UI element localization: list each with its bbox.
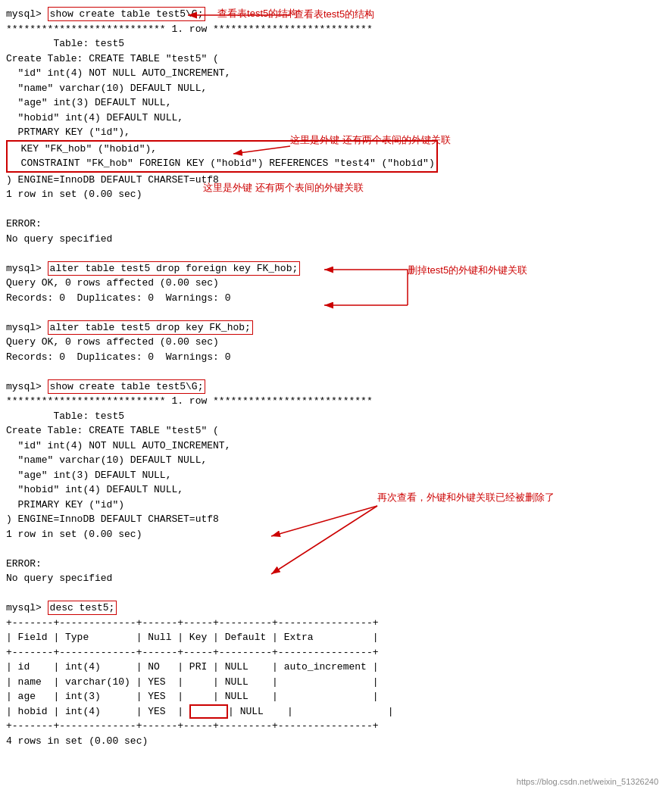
hobid-key-box (189, 704, 228, 719)
prompt5: mysql> (6, 602, 48, 613)
annotation-recheck: 再次查看，外键和外键关联已经被删除了 (377, 491, 555, 504)
annotation-view-structure: 查看表test5的结构 (294, 8, 374, 21)
cmd4: show create table test5\G; (48, 379, 206, 394)
cmd3: alter table test5 drop key FK_hob; (48, 320, 253, 335)
ann1-text: 查看表test5的结构 (217, 8, 298, 19)
terminal-content: mysql> show create table test5\G; 查看表tes… (6, 6, 666, 748)
cmd5: desc test5; (48, 601, 117, 615)
cmd1: show create table test5\G; (48, 7, 206, 21)
ann2-text: 这里是外键 还有两个表间的外键关联 (203, 180, 364, 195)
prompt3: mysql> (6, 322, 48, 333)
watermark: https://blog.csdn.net/weixin_51326240 (517, 777, 658, 786)
annotation-foreign-key: 这里是外键 还有两个表间的外键关联 (290, 133, 451, 147)
prompt4: mysql> (6, 381, 48, 392)
cmd2: alter table test5 drop foreign key FK_ho… (48, 261, 301, 276)
annotation-delete-fk: 删掉test5的外键和外键关联 (408, 264, 527, 277)
prompt1: mysql> (6, 8, 48, 20)
terminal-window: mysql> show create table test5\G; 查看表tes… (6, 6, 666, 794)
prompt2: mysql> (6, 263, 48, 274)
